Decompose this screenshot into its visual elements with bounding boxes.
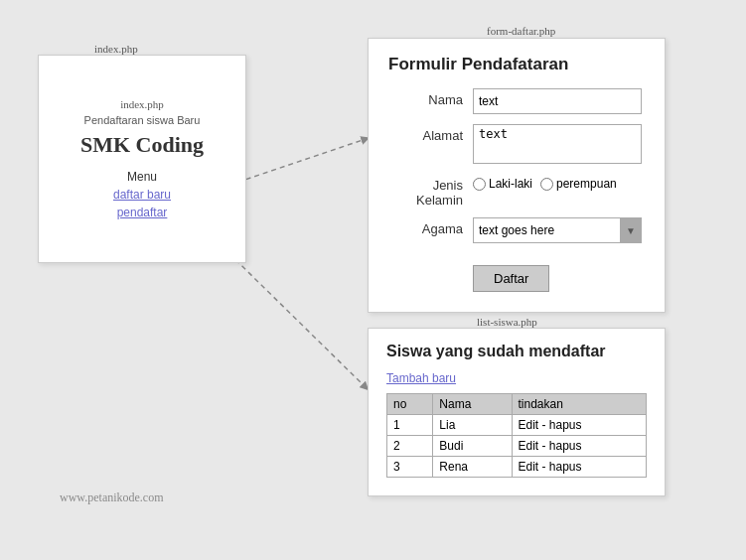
alamat-input[interactable]: text — [473, 124, 642, 164]
alamat-row: Alamat text — [388, 124, 645, 164]
form-daftar-php-label: form-daftar.php — [487, 25, 555, 37]
form-panel: Formulir Pendafataran Nama Alamat text J… — [368, 38, 666, 313]
index-php-label: index.php — [94, 43, 138, 55]
alamat-label: Alamat — [388, 124, 463, 143]
list-heading: Siswa yang sudah mendaftar — [386, 343, 647, 360]
pendaftar-link[interactable]: pendaftar — [117, 206, 168, 219]
table-row: 1 Lia Edit - hapus — [387, 415, 647, 436]
row2-nama: Budi — [433, 436, 512, 457]
form-heading: Formulir Pendafataran — [388, 55, 645, 74]
index-title: SMK Coding — [80, 132, 204, 158]
jenis-kelamin-label: Jenis Kelamin — [388, 174, 463, 208]
row3-no: 3 — [387, 457, 433, 478]
perempuan-label: perempuan — [556, 177, 617, 191]
row3-nama: Rena — [433, 457, 512, 478]
agama-label: Agama — [388, 217, 463, 236]
tambah-baru-link[interactable]: Tambah baru — [386, 371, 456, 385]
list-panel: Siswa yang sudah mendaftar Tambah baru n… — [368, 328, 666, 496]
table-row: 3 Rena Edit - hapus — [387, 457, 647, 478]
perempuan-option[interactable]: perempuan — [540, 177, 617, 191]
table-row: 2 Budi Edit - hapus — [387, 436, 647, 457]
jenis-kelamin-row: Jenis Kelamin Laki-laki perempuan — [388, 174, 645, 208]
watermark: www.petanikode.com — [60, 490, 164, 505]
perempuan-radio[interactable] — [540, 178, 553, 191]
daftar-baru-link[interactable]: daftar baru — [113, 188, 171, 202]
agama-row: Agama text goes here ▼ — [388, 217, 645, 243]
index-panel: index.php Pendaftaran siswa Baru SMK Cod… — [38, 55, 246, 263]
index-php-label-inside: index.php — [120, 98, 164, 110]
list-siswa-php-label: list-siswa.php — [477, 316, 537, 328]
nama-row: Nama — [388, 88, 645, 114]
agama-select-wrapper: text goes here ▼ — [473, 217, 642, 243]
table-body: 1 Lia Edit - hapus 2 Budi Edit - hapus 3… — [387, 415, 647, 478]
laki-laki-radio[interactable] — [473, 178, 486, 191]
row2-tindakan: Edit - hapus — [512, 436, 647, 457]
agama-select[interactable]: text goes here — [473, 217, 642, 243]
col-nama: Nama — [433, 394, 512, 415]
daftar-button[interactable]: Daftar — [473, 265, 549, 292]
row2-no: 2 — [387, 436, 433, 457]
nama-label: Nama — [388, 88, 463, 107]
siswa-table: no Nama tindakan 1 Lia Edit - hapus 2 Bu… — [386, 393, 647, 478]
laki-laki-option[interactable]: Laki-laki — [473, 177, 532, 191]
laki-laki-label: Laki-laki — [489, 177, 532, 191]
row3-tindakan: Edit - hapus — [512, 457, 647, 478]
col-tindakan: tindakan — [512, 394, 647, 415]
col-no: no — [387, 394, 433, 415]
nama-input[interactable] — [473, 88, 642, 114]
index-subtitle: Pendaftaran siswa Baru — [84, 114, 201, 126]
table-header: no Nama tindakan — [387, 394, 647, 415]
jenis-kelamin-group: Laki-laki perempuan — [473, 174, 617, 191]
row1-nama: Lia — [433, 415, 512, 436]
row1-no: 1 — [387, 415, 433, 436]
index-menu-label: Menu — [127, 170, 157, 184]
row1-tindakan: Edit - hapus — [512, 415, 647, 436]
